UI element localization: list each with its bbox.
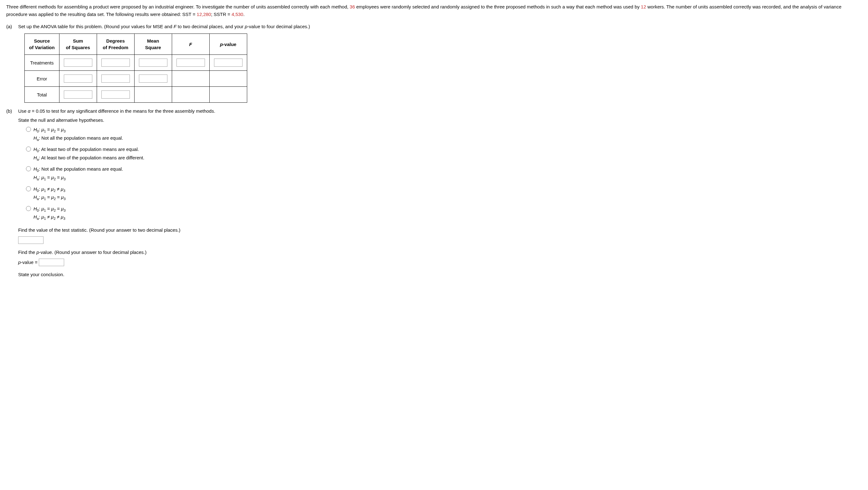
state-hypotheses: State the null and alternative hypothese… [18,117,215,123]
input-error-ss[interactable] [64,75,92,83]
input-treatments-df[interactable] [101,59,130,67]
row-error: Error [25,71,247,87]
cell-error-f [172,71,209,87]
input-test-statistic[interactable] [18,236,43,244]
th-f: F [172,34,209,55]
cell-total-pvalue [209,87,247,103]
th-sum: Sumof Squares [59,34,97,55]
input-treatments-ss[interactable] [64,59,92,67]
intro-n2: 12 [641,4,646,9]
pvalue-instruction: Find the p-value. (Round your answer to … [18,250,215,255]
test-statistic-instruction: Find the value of the test statistic. (R… [18,227,215,233]
th-source: Sourceof Variation [25,34,59,55]
row-treatments: Treatments [25,55,247,71]
th-pvalue: p-value [209,34,247,55]
part-b-label: (b) [6,108,18,277]
input-treatments-f[interactable] [177,59,205,67]
radio-hyp-2[interactable] [26,147,31,151]
hypothesis-option-1[interactable]: H0: μ1 = μ2 = μ3 Ha: Not all the populat… [24,126,215,142]
row-total: Total [25,87,247,103]
radio-hyp-5[interactable] [26,206,31,211]
hypothesis-option-3[interactable]: H0: Not all the population means are equ… [24,165,215,182]
intro-n3: 12,280 [197,11,211,17]
input-total-ss[interactable] [64,90,92,98]
intro-text: Three different methods for assembling a… [6,4,350,9]
cell-treatments-label: Treatments [25,55,59,71]
th-mean: MeanSquare [134,34,172,55]
hypothesis-option-2[interactable]: H0: At least two of the population means… [24,146,215,162]
th-degrees: Degreesof Freedom [97,34,134,55]
part-b: (b) Use α = 0.05 to test for any signifi… [6,108,215,277]
cell-error-pvalue [209,71,247,87]
input-total-df[interactable] [101,90,130,98]
cell-total-ms [134,87,172,103]
input-pvalue[interactable] [39,259,64,266]
cell-error-label: Error [25,71,59,87]
part-a-instruction: Set up the ANOVA table for this problem.… [18,24,310,29]
cell-total-label: Total [25,87,59,103]
input-error-ms[interactable] [139,75,167,83]
cell-total-f [172,87,209,103]
pvalue-row: p-value = [18,259,215,266]
hypothesis-option-4[interactable]: H0: μ1 ≠ μ2 ≠ μ3 Ha: μ1 = μ2 = μ3 [24,185,215,202]
part-b-instruction: Use α = 0.05 to test for any significant… [18,108,215,114]
input-treatments-pvalue[interactable] [214,59,243,67]
radio-hyp-1[interactable] [26,127,31,132]
state-conclusion: State your conclusion. [18,272,215,277]
input-error-df[interactable] [101,75,130,83]
hypothesis-options: H0: μ1 = μ2 = μ3 Ha: Not all the populat… [24,126,215,222]
part-a-label: (a) [6,24,18,103]
intro-n1: 36 [350,4,355,9]
radio-hyp-4[interactable] [26,186,31,191]
anova-table: Sourceof Variation Sumof Squares Degrees… [24,33,247,103]
input-treatments-ms[interactable] [139,59,167,67]
intro-n4: 4,530 [231,11,243,17]
hypothesis-option-5[interactable]: H0: μ1 = μ2 = μ3 Ha: μ1 ≠ μ2 ≠ μ3 [24,205,215,222]
problem-statement: Three different methods for assembling a… [6,3,862,18]
part-a: (a) Set up the ANOVA table for this prob… [6,24,310,103]
radio-hyp-3[interactable] [26,166,31,171]
